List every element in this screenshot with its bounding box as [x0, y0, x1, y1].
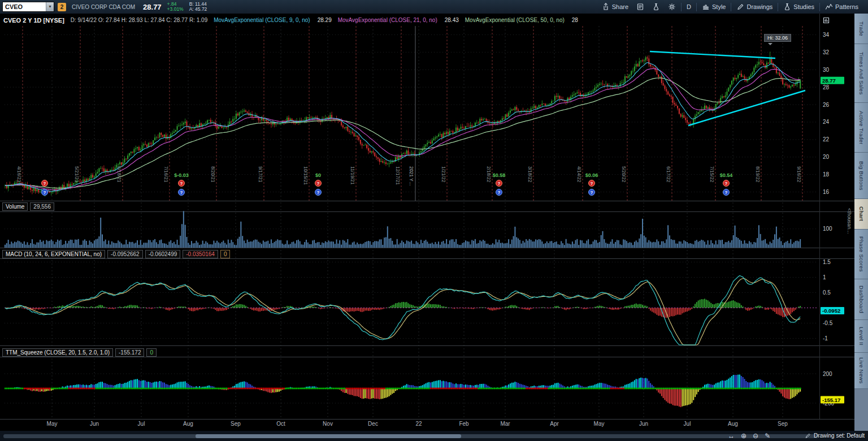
ohlc-readout: D: 9/14/22 O: 27.84 H: 28.93 L: 27.84 C:… — [71, 17, 207, 23]
svg-text:1.5: 1.5 — [823, 259, 831, 265]
drawings-label: Drawings — [747, 3, 772, 10]
high-price-marker: Hi: 32.06 — [764, 34, 791, 42]
sidebar-tab-dashboard[interactable]: Dashboard — [854, 279, 868, 320]
dividend-marker[interactable]: ? — [723, 180, 730, 187]
ask-value: A: 45.72 — [189, 7, 207, 12]
expiration-date-label: 7/15/22 — [709, 166, 715, 193]
change-percent: +3.01% — [167, 7, 184, 12]
macd-panel-label[interactable]: MACD (10, 24, 6, EXPONENTIAL, no) — [2, 250, 105, 258]
candlesticks — [5, 51, 801, 196]
zoom-out-icon[interactable]: ⊖ — [753, 431, 758, 440]
svg-text:28: 28 — [823, 84, 830, 90]
timeframe-label: D — [687, 3, 691, 10]
svg-text:22: 22 — [823, 136, 830, 142]
expiration-date-label: 9/16/22 — [796, 166, 802, 193]
last-price: 28.77 — [143, 3, 162, 11]
dividend-marker[interactable]: ? — [588, 180, 595, 187]
dividend-marker[interactable]: ? — [41, 180, 48, 187]
corporate-event-marker[interactable]: ? — [496, 189, 502, 196]
expiration-date-label: 6/17/22 — [666, 166, 671, 193]
svg-text:26: 26 — [823, 102, 830, 108]
corporate-event-marker[interactable]: ? — [588, 189, 595, 196]
corporate-event-marker[interactable]: ? — [723, 189, 730, 196]
ema50-study-label[interactable]: MovAvgExponential (CLOSE, 50, 0, no) — [465, 17, 565, 23]
ttm-panel-label[interactable]: TTM_Squeeze (CLOSE, 20, 1.5, 2.0, 1.0) — [2, 348, 113, 357]
ema21-study-label[interactable]: MovAvgExponential (CLOSE, 21, 0, no) — [338, 17, 437, 23]
dividend-marker[interactable]: ? — [496, 180, 502, 187]
sidebar-tab-trade[interactable]: Trade — [854, 14, 868, 44]
macd-avg: -0.0602499 — [145, 250, 181, 258]
style-button[interactable]: Style — [698, 0, 730, 14]
x-axis-month-label: Mar — [495, 421, 515, 427]
dividend-amount-label: $0.54 — [715, 172, 737, 178]
sidebar-tab-phase-scores[interactable]: Phase Scores — [854, 230, 868, 279]
sidebar-tab-level-ii[interactable]: Level II — [854, 320, 868, 353]
panel-maximize-icon[interactable] — [823, 16, 830, 26]
chart-canvas[interactable]: 343230282624222018161001.510.5-0.5-1200-… — [0, 14, 854, 431]
ema9-study-value: 28.29 — [318, 17, 332, 23]
thinkorswim-chart-window: CVEO ▾ 2 CIVEO CORP CDA COM 28.77 +.84 +… — [0, 0, 868, 441]
zoom-in-icon[interactable]: ⊕ — [741, 431, 747, 440]
x-axis-month-label: Sep — [225, 421, 246, 427]
volume-panel-value: 29,556 — [30, 202, 54, 211]
ttm-histogram — [5, 375, 801, 408]
sidebar-tab-live-news[interactable]: Live News — [854, 353, 868, 389]
sidebar-tab-label: Chart — [858, 206, 865, 221]
ttm-zero: 0 — [146, 348, 157, 357]
svg-text:32: 32 — [823, 49, 830, 55]
svg-text:-0.5: -0.5 — [823, 320, 833, 326]
patterns-button[interactable]: Patterns — [821, 0, 862, 14]
dividend-marker[interactable]: ? — [315, 180, 322, 187]
sidebar-tab-label: Trade — [858, 21, 865, 36]
drawing-set-control[interactable]: Drawing set: Default — [805, 433, 865, 439]
pencil-icon — [805, 433, 811, 439]
x-axis-month-label: Jun — [633, 421, 654, 427]
svg-text:28.77: 28.77 — [822, 77, 836, 84]
volume-panel-label[interactable]: Volume — [2, 202, 28, 211]
macd-panel-header: MACD (10, 24, 6, EXPONENTIAL, no) -0.095… — [0, 249, 230, 259]
bottom-toolbar-icons: ↔ ⊕ ⊖ ✎ — [728, 431, 770, 440]
expiration-date-label: 7/16/21 — [163, 166, 169, 193]
macd-value: -0.0952662 — [107, 250, 143, 258]
ema9-study-label[interactable]: MovAvgExponential (CLOSE, 9, 0, no) — [214, 17, 310, 23]
symbol-input[interactable]: CVEO ▾ — [2, 2, 54, 12]
expiration-date-label: 12/17/21 — [395, 166, 401, 193]
expiration-date-label: 8/20/21 — [210, 166, 216, 193]
sidebar-tab-times-and-sales[interactable]: Times And Sales — [854, 44, 868, 103]
bid-ask-stack: B: 11.44 A: 45.72 — [189, 2, 207, 12]
svg-text:20: 20 — [823, 154, 830, 160]
studies-button[interactable]: Studies — [779, 0, 818, 14]
chart-scrollbar[interactable] — [3, 434, 818, 438]
squeeze-dots — [5, 388, 801, 390]
sidebar-tab-big-buttons[interactable]: Big Buttons — [854, 153, 868, 199]
linked-chart-badge[interactable]: 2 — [58, 3, 66, 11]
year-divider-label: 2021 Y… — [409, 166, 414, 193]
corporate-event-marker[interactable]: ? — [315, 189, 322, 196]
dividend-marker[interactable]: ? — [178, 180, 185, 187]
sidebar-tab-active-trader[interactable]: Active Trader — [854, 103, 868, 153]
settings-button[interactable] — [664, 0, 680, 14]
timeframe-button[interactable]: D — [683, 0, 695, 14]
svg-text:-1: -1 — [823, 335, 828, 341]
pencil-icon — [736, 3, 744, 11]
macd-diff: -0.0350164 — [183, 250, 218, 258]
x-axis-month-label: 22 — [409, 421, 429, 427]
patterns-label: Patterns — [835, 3, 858, 10]
draw-icon[interactable]: ✎ — [765, 431, 770, 440]
analyze-button[interactable] — [648, 0, 664, 14]
sidebar-tab-chart[interactable]: Chart — [854, 199, 868, 230]
corporate-event-marker[interactable]: ? — [41, 189, 48, 196]
right-sidebar: TradeTimes And SalesActive TraderBig But… — [854, 14, 868, 431]
share-button[interactable]: Share — [598, 0, 632, 14]
svg-text:16: 16 — [823, 189, 830, 195]
corporate-event-marker[interactable]: ? — [178, 189, 185, 196]
notes-button[interactable] — [632, 0, 648, 14]
drawings-button[interactable]: Drawings — [732, 0, 776, 14]
bottom-bar: ↔ ⊕ ⊖ ✎ Drawing set: Default — [0, 431, 868, 441]
x-axis-month-label: Nov — [318, 421, 338, 427]
pan-icon[interactable]: ↔ — [728, 431, 735, 440]
svg-text:1: 1 — [823, 274, 826, 280]
high-price-arrow — [768, 43, 772, 47]
symbol-dropdown-icon[interactable]: ▾ — [46, 2, 54, 11]
chart-scrollbar-thumb[interactable] — [196, 434, 461, 438]
